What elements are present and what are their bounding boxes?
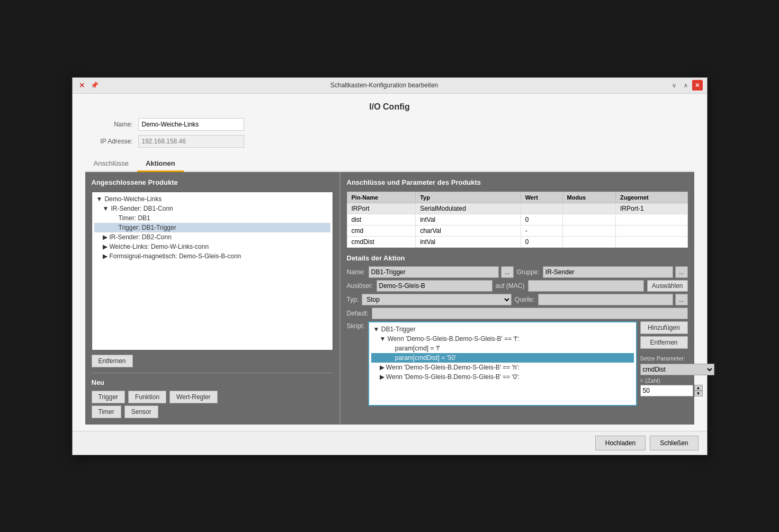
gruppe-input[interactable] [543,266,673,278]
name-row: Name: [85,118,694,131]
tab-aktionen[interactable]: Aktionen [137,156,184,172]
tree-item-3[interactable]: Trigger: DB1-Trigger [94,223,330,232]
script-item-0[interactable]: ▼ DB1-Trigger [371,324,634,334]
table-row-1: dist intVal 0 [347,214,687,225]
entfernen-script-button[interactable]: Entfernen [640,336,688,349]
right-panel: Anschlüsse und Parameter des Produkts Pi… [339,172,694,425]
panels-container: Angeschlossene Produkte ▼ Demo-Weiche-Li… [85,172,694,425]
ausloser-input[interactable] [377,280,493,292]
hochladen-button[interactable]: Hochladen [595,436,646,450]
label-3: Trigger: DB1-Trigger [119,224,176,231]
label-4: IR-Sender: DB2-Conn [110,233,172,241]
remove-btn-container: Entfernen [92,355,333,367]
funktion-button[interactable]: Funktion [128,391,166,403]
cell-modus-3 [562,236,615,247]
spinner-down-button[interactable]: ▼ [694,391,703,396]
cell-modus-1 [562,214,615,225]
arrow-0: ▼ [96,195,103,203]
remove-product-button[interactable]: Entfernen [92,355,133,367]
script-item-3[interactable]: param[cmdDist] = '50' [371,353,634,363]
script-item-4[interactable]: ▶ Wenn 'Demo-S-Gleis-B.Demo-S-Gleis-B' =… [371,363,634,372]
table-row-2: cmd charVal - [347,225,687,236]
script-item-1[interactable]: ▼ Wenn 'Demo-S-Gleis-B.Demo-S-Gleis-B' =… [371,334,634,344]
gruppe-group: ... [543,266,688,278]
tree-item-0[interactable]: ▼ Demo-Weiche-Links [94,194,330,204]
bottom-bar: Hochladen Schließen [73,431,707,455]
right-panel-title: Anschlüsse und Parameter des Produkts [347,178,688,186]
maximize-button[interactable]: ∧ [680,80,691,91]
auf-mac-label: auf (MAC) [496,282,525,290]
typ-quelle-row: Typ: Stop Start Toggle Quelle: ... [347,294,688,305]
quelle-label: Quelle: [515,296,535,303]
default-input[interactable] [372,308,688,319]
arrow-6: ▶ [103,253,108,260]
arrow-5: ▶ [103,243,108,250]
titlebar: ✕ 📌 Schaltkasten-Konfiguration bearbeite… [73,78,707,94]
gruppe-dots-button[interactable]: ... [675,266,688,278]
setze-select[interactable]: cmdDist cmd dist [640,364,714,375]
label-0: Demo-Weiche-Links [104,195,162,203]
skript-row: Skript: ▼ DB1-Trigger ▼ Wenn 'Demo-S-Gle… [347,321,688,406]
number-input-container: ▲ ▼ [640,385,688,396]
cell-zugeornet-3 [615,236,687,247]
col-typ: Typ [416,192,521,203]
sensor-button[interactable]: Sensor [124,405,158,418]
cell-pin-2: cmd [347,225,416,236]
auswaehlen-button[interactable]: Auswählen [647,280,688,292]
typ-group: Stop Start Toggle [362,294,512,305]
close-button[interactable]: ✕ [692,80,703,91]
quelle-input[interactable] [538,294,673,305]
name-gruppe-row: Name: ... Gruppe: ... [347,266,688,278]
details-title: Details der Aktion [347,254,688,262]
name-detail-group: ... [369,266,514,278]
tree-item-1[interactable]: ▼ IR-Sender: DB1-Conn [94,204,330,213]
cell-pin-1: dist [347,214,416,225]
cell-pin-0: IRPort [347,203,416,214]
tree-item-4[interactable]: ▶ IR-Sender: DB2-Conn [94,232,330,242]
arrow-2 [111,214,117,222]
spinner-up-button[interactable]: ▲ [694,385,703,391]
hinzufuegen-button[interactable]: Hinzufügen [640,321,688,334]
titlebar-left-icons: ✕ 📌 [77,80,100,91]
name-dots-button[interactable]: ... [501,266,514,278]
timer-button[interactable]: Timer [92,405,121,418]
auf-mac-input[interactable] [528,280,644,292]
pin-icon[interactable]: 📌 [89,80,100,91]
setze-param-section: Setze Parameter: cmdDist cmd dist = (Zah… [640,355,688,396]
script-item-5[interactable]: ▶ Wenn 'Demo-S-Gleis-B.Demo-S-Gleis-B' =… [371,372,634,382]
arrow-3 [111,224,117,231]
script-item-2[interactable]: param[cmd] = 'f' [371,344,634,353]
cell-wert-1: 0 [521,214,562,225]
col-zugeornet: Zugeornet [615,192,687,203]
name-input[interactable] [138,118,244,131]
main-content: I/O Config Name: IP Adresse: Anschlüsse … [73,94,707,431]
typ-select[interactable]: Stop Start Toggle [362,294,512,305]
tree-item-2[interactable]: Timer: DB1 [94,213,330,223]
ip-label: IP Adresse: [85,138,138,145]
skript-label: Skript: [347,321,365,330]
default-label: Default: [347,310,369,317]
name-detail-input[interactable] [369,266,499,278]
table-row-0: IRPort SerialModulated IRPort-1 [347,203,687,214]
tab-anschlusse[interactable]: Anschlüsse [85,156,137,172]
window-controls: ∨ ∧ ✕ [669,80,703,91]
product-tree: ▼ Demo-Weiche-Links ▼ IR-Sender: DB1-Con… [92,192,333,350]
col-pin: Pin-Name [347,192,416,203]
tree-item-5[interactable]: ▶ Weiche-Links: Demo-W-Links-conn [94,242,330,251]
wert-regler-button[interactable]: Wert-Regler [169,391,217,403]
spinner-buttons: ▲ ▼ [694,385,703,396]
eq-label: = (Zahl) [640,377,688,384]
minimize-button[interactable]: ∨ [669,80,679,91]
label-2: Timer: DB1 [119,214,150,222]
tree-item-6[interactable]: ▶ Formsignal-magnetisch: Demo-S-Gleis-B-… [94,251,330,261]
new-buttons-row1: Trigger Funktion Wert-Regler [92,391,333,403]
schliessen-button[interactable]: Schließen [650,436,698,450]
number-input[interactable] [640,385,693,396]
col-modus: Modus [562,192,615,203]
trigger-button[interactable]: Trigger [92,391,126,403]
ip-input[interactable] [138,135,244,148]
quelle-dots-button[interactable]: ... [675,294,688,305]
new-section: Neu Trigger Funktion Wert-Regler Timer S… [92,373,333,418]
app-icon: ✕ [77,80,87,91]
cell-typ-2: charVal [416,225,521,236]
